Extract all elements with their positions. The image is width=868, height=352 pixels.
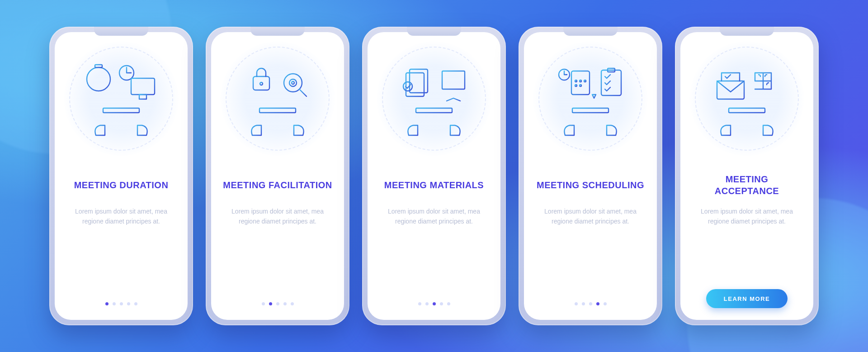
svg-point-42 [580, 85, 581, 86]
svg-rect-44 [601, 70, 621, 95]
svg-point-25 [403, 82, 412, 91]
page-dot[interactable] [440, 302, 443, 305]
page-dot[interactable] [589, 302, 592, 305]
phone-notch [94, 27, 148, 36]
page-dot[interactable] [418, 302, 421, 305]
svg-rect-7 [139, 95, 146, 99]
page-dot[interactable] [276, 302, 279, 305]
screen-title: MEETING FACILITATION [223, 173, 332, 197]
svg-line-16 [299, 89, 307, 96]
svg-point-40 [584, 80, 586, 82]
screen-body: Lorem ipsum dolor sit amet, mea regione … [693, 207, 801, 239]
svg-rect-9 [103, 108, 139, 113]
screen-title: MEETING DURATION [74, 173, 169, 197]
svg-rect-19 [259, 108, 296, 113]
facilitation-icon [223, 50, 332, 159]
page-indicator [575, 302, 607, 308]
phone-notch [720, 27, 774, 36]
onboarding-phone-4: MEETING SCHEDULING Lorem ipsum dolor sit… [519, 27, 662, 325]
screen-body: Lorem ipsum dolor sit amet, mea regione … [67, 207, 175, 239]
scheduling-icon [536, 50, 645, 159]
onboarding-screen: MEETING SCHEDULING Lorem ipsum dolor sit… [524, 32, 657, 320]
onboarding-screen: MEETING ACCEPTANCE Lorem ipsum dolor sit… [680, 32, 813, 320]
svg-rect-37 [571, 71, 590, 95]
page-indicator [262, 302, 294, 308]
svg-point-38 [575, 80, 577, 82]
acceptance-icon [693, 50, 801, 159]
screen-title: MEETING MATERIALS [384, 173, 484, 197]
screen-body: Lorem ipsum dolor sit amet, mea regione … [223, 207, 332, 239]
onboarding-screen: MEETING MATERIALS Lorem ipsum dolor sit … [368, 32, 500, 320]
page-dot[interactable] [596, 302, 599, 305]
page-dot[interactable] [604, 302, 607, 305]
page-dot[interactable] [291, 302, 294, 305]
svg-rect-13 [253, 76, 269, 90]
page-dot[interactable] [425, 302, 429, 305]
svg-rect-51 [729, 108, 765, 113]
page-dot[interactable] [575, 302, 578, 305]
svg-rect-46 [572, 108, 609, 113]
onboarding-screen: MEETING FACILITATION Lorem ipsum dolor s… [211, 32, 344, 320]
svg-rect-6 [131, 78, 155, 95]
page-dot[interactable] [113, 302, 116, 305]
screen-title: MEETING ACCEPTANCE [692, 173, 802, 197]
page-indicator [105, 302, 137, 308]
page-dot[interactable] [582, 302, 585, 305]
page-dot[interactable] [134, 302, 137, 305]
page-dot[interactable] [433, 302, 436, 305]
page-dot[interactable] [120, 302, 123, 305]
onboarding-phone-2: MEETING FACILITATION Lorem ipsum dolor s… [206, 27, 349, 325]
svg-point-41 [575, 85, 577, 86]
svg-point-14 [260, 82, 263, 85]
svg-rect-32 [416, 108, 452, 113]
onboarding-phone-5: MEETING ACCEPTANCE Lorem ipsum dolor sit… [675, 27, 819, 325]
svg-point-17 [289, 79, 297, 86]
page-dot[interactable] [447, 302, 450, 305]
onboarding-phone-3: MEETING MATERIALS Lorem ipsum dolor sit … [362, 27, 506, 325]
phone-notch [407, 27, 461, 36]
phone-notch [250, 27, 305, 36]
screen-body: Lorem ipsum dolor sit amet, mea regione … [380, 207, 488, 239]
screen-title: MEETING SCHEDULING [537, 173, 644, 197]
page-dot[interactable] [262, 302, 265, 305]
learn-more-button[interactable]: LEARN MORE [706, 289, 788, 308]
phone-notch [563, 27, 618, 36]
materials-icon [380, 50, 488, 159]
page-dot[interactable] [269, 302, 272, 305]
page-dot[interactable] [283, 302, 287, 305]
svg-point-39 [580, 80, 581, 82]
onboarding-screen: MEETING DURATION Lorem ipsum dolor sit a… [55, 32, 188, 320]
screen-body: Lorem ipsum dolor sit amet, mea regione … [536, 207, 645, 239]
page-dot[interactable] [127, 302, 130, 305]
onboarding-phone-1: MEETING DURATION Lorem ipsum dolor sit a… [49, 27, 193, 325]
duration-icon [67, 50, 175, 159]
page-indicator [418, 302, 450, 308]
svg-point-18 [292, 81, 294, 84]
page-dot[interactable] [105, 302, 108, 305]
